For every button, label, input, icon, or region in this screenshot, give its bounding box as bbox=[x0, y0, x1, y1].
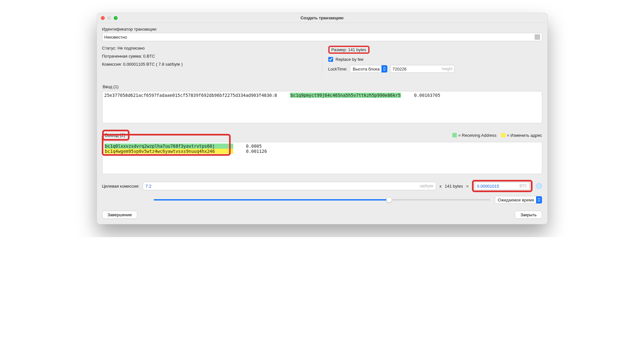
chevron-updown-icon bbox=[536, 196, 542, 204]
output-address: bc1q0lxxvzsdvrq2wzplha7uu768f3yavtrvtps6… bbox=[104, 144, 233, 149]
output-address: bc1q4wgem95vp0v5wtz4wc6yawtvsxs9nuuq4hx2… bbox=[104, 149, 233, 154]
zoom-window-icon[interactable] bbox=[114, 16, 118, 20]
target-fee-row: Целевая комиссия: 7.2 sat/byte x 141 byt… bbox=[102, 180, 542, 192]
size-highlight: Размер: 141 bytes bbox=[328, 46, 370, 54]
output-amount: 0.001126 bbox=[246, 149, 267, 154]
list-item[interactable]: bc1q4wgem95vp0v5wtz4wc6yawtvsxs9nuuq4hx2… bbox=[104, 149, 540, 154]
eta-select[interactable]: Ожидаемое время bbox=[495, 196, 542, 204]
target-fee-label: Целевая комиссия: bbox=[102, 184, 139, 189]
qr-icon[interactable] bbox=[535, 34, 540, 40]
status-line: Статус: Не подписано bbox=[102, 46, 322, 51]
txid-label: Идентификатор транзакции: bbox=[102, 27, 542, 32]
spent-line: Потраченная сумма: 0.BTC bbox=[102, 54, 322, 59]
legend: = Receiving Address = Изменить адрес bbox=[452, 133, 542, 138]
locktime-value-input[interactable]: 720226 height bbox=[390, 65, 455, 73]
finish-button[interactable]: Завершение bbox=[102, 211, 138, 219]
list-item[interactable]: bc1q0lxxvzsdvrq2wzplha7uu768f3yavtrvtps6… bbox=[104, 144, 540, 149]
fee-result-highlight: 0.00001015 BTC bbox=[472, 180, 533, 192]
transaction-dialog: Создать транзакцию Идентификатор транзак… bbox=[97, 13, 548, 224]
close-button[interactable]: Закрыть bbox=[515, 211, 542, 219]
locktime-row: LockTime: Высота блока 720226 height bbox=[328, 65, 542, 73]
txid-value: Неизвестно bbox=[104, 35, 127, 40]
txid-field[interactable]: Неизвестно bbox=[102, 33, 542, 41]
window-title: Создать транзакцию bbox=[97, 15, 547, 20]
titlebar: Создать транзакцию bbox=[97, 13, 547, 23]
fee-slider[interactable] bbox=[154, 197, 491, 203]
fee-result-input[interactable]: 0.00001015 BTC bbox=[475, 182, 530, 190]
output-amount: 0.0005 bbox=[246, 144, 262, 149]
rbf-checkbox[interactable] bbox=[328, 57, 333, 62]
inputs-label: Ввод (1) bbox=[102, 82, 542, 90]
inputs-list[interactable]: 25e377058d621acf6597fadaae015cf57839f692… bbox=[102, 91, 542, 123]
locktime-label: LockTime: bbox=[328, 67, 347, 71]
chevron-updown-icon bbox=[381, 65, 387, 73]
outputs-list[interactable]: bc1q0lxxvzsdvrq2wzplha7uu768f3yavtrvtps6… bbox=[102, 142, 542, 174]
input-outpoint: 25e377058d621acf6597fadaae015cf57839f692… bbox=[104, 93, 277, 98]
outputs-highlight: Вывод (2) bbox=[102, 130, 130, 141]
legend-change-swatch bbox=[501, 133, 505, 137]
close-window-icon[interactable] bbox=[101, 16, 105, 20]
outputs-label: Вывод (2) bbox=[105, 133, 125, 138]
list-item[interactable]: 25e377058d621acf6597fadaae015cf57839f692… bbox=[104, 93, 540, 98]
slider-thumb[interactable] bbox=[386, 197, 392, 203]
fee-line: Комиссия: 0.00001105 BTC ( 7.8 sat/byte … bbox=[102, 62, 322, 67]
fee-rate-input[interactable]: 7.2 sat/byte bbox=[143, 182, 436, 190]
locktime-mode-select[interactable]: Высота блока bbox=[350, 65, 388, 73]
window-controls bbox=[101, 16, 118, 20]
rbf-row: Replace by fee bbox=[328, 57, 542, 62]
fee-size: 141 bytes bbox=[445, 184, 463, 189]
legend-recv-swatch bbox=[452, 133, 457, 137]
rbf-label: Replace by fee bbox=[336, 57, 364, 62]
info-icon[interactable]: i bbox=[536, 183, 542, 189]
slider-track bbox=[154, 199, 491, 200]
input-amount: 0.00163705 bbox=[414, 93, 440, 98]
minimize-window-icon[interactable] bbox=[107, 16, 111, 20]
input-address: bc1q9pmyct99j64c465na5h5v7ttkzh5p990e86k… bbox=[290, 93, 401, 98]
